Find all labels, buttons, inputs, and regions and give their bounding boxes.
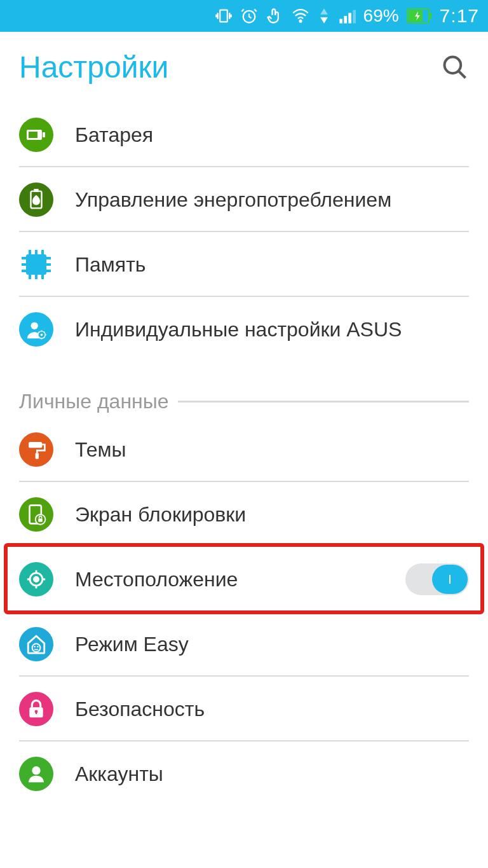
battery-icon bbox=[19, 118, 53, 152]
vibrate-icon bbox=[215, 7, 233, 25]
svg-point-27 bbox=[32, 644, 41, 652]
clock: 7:17 bbox=[440, 5, 479, 27]
item-easy-mode[interactable]: Режим Easy bbox=[0, 612, 488, 677]
svg-rect-15 bbox=[34, 189, 38, 192]
svg-point-10 bbox=[445, 57, 461, 73]
item-label: Темы bbox=[75, 438, 469, 462]
user-icon bbox=[19, 757, 53, 791]
svg-point-28 bbox=[34, 646, 36, 648]
lock-icon bbox=[19, 692, 53, 726]
power-mgmt-icon bbox=[19, 183, 53, 217]
item-label: Индивидуальные настройки ASUS bbox=[75, 318, 469, 341]
item-label: Местоположение bbox=[75, 568, 405, 591]
section-header-personal: Личные данные bbox=[0, 364, 488, 417]
svg-point-26 bbox=[34, 577, 38, 581]
paint-roller-icon bbox=[19, 432, 53, 467]
svg-rect-12 bbox=[43, 132, 45, 137]
item-label: Безопасность bbox=[75, 698, 469, 721]
divider bbox=[178, 401, 469, 403]
svg-point-17 bbox=[31, 322, 38, 329]
alarm-icon bbox=[240, 7, 258, 25]
item-themes[interactable]: Темы bbox=[0, 417, 488, 482]
item-label: Батарея bbox=[75, 123, 469, 147]
item-memory[interactable]: Память bbox=[0, 232, 488, 297]
svg-rect-16 bbox=[26, 254, 46, 275]
app-header: Настройки bbox=[0, 32, 488, 96]
wifi-icon bbox=[291, 7, 310, 25]
data-icon bbox=[318, 7, 330, 25]
svg-rect-32 bbox=[36, 712, 37, 714]
search-button[interactable] bbox=[441, 53, 469, 81]
item-battery[interactable]: Батарея bbox=[0, 102, 488, 167]
svg-rect-5 bbox=[348, 13, 351, 23]
svg-rect-20 bbox=[29, 442, 42, 448]
lockscreen-icon bbox=[19, 497, 53, 532]
memory-icon bbox=[19, 247, 53, 282]
signal-icon bbox=[338, 7, 356, 25]
svg-rect-8 bbox=[430, 13, 431, 19]
svg-point-33 bbox=[32, 766, 40, 775]
battery-percent: 69% bbox=[363, 6, 399, 26]
item-lockscreen[interactable]: Экран блокировки bbox=[0, 482, 488, 547]
svg-rect-24 bbox=[38, 519, 43, 522]
item-label: Экран блокировки bbox=[75, 503, 469, 527]
item-accounts[interactable]: Аккаунты bbox=[0, 741, 488, 797]
item-label: Режим Easy bbox=[75, 633, 469, 656]
svg-rect-3 bbox=[339, 19, 342, 24]
page-title: Настройки bbox=[19, 50, 441, 85]
item-power-management[interactable]: Управление энергопотреблением bbox=[0, 167, 488, 232]
toggle-knob-on: I bbox=[432, 565, 468, 594]
svg-rect-4 bbox=[344, 16, 347, 24]
item-asus-settings[interactable]: Индивидуальные настройки ASUS bbox=[0, 297, 488, 364]
settings-list: Батарея Управление энергопотреблением bbox=[0, 96, 488, 797]
svg-point-29 bbox=[37, 646, 39, 648]
svg-rect-6 bbox=[353, 10, 356, 24]
item-label: Память bbox=[75, 253, 469, 277]
location-target-icon bbox=[19, 562, 53, 596]
svg-point-19 bbox=[41, 334, 43, 336]
location-toggle[interactable]: I bbox=[405, 563, 469, 595]
asus-user-icon bbox=[19, 312, 53, 347]
svg-point-2 bbox=[299, 20, 301, 22]
svg-rect-13 bbox=[29, 132, 37, 138]
status-bar: 69% 7:17 bbox=[0, 0, 488, 32]
svg-rect-0 bbox=[220, 10, 227, 22]
home-smile-icon bbox=[19, 627, 53, 661]
svg-rect-21 bbox=[36, 453, 39, 458]
section-header-label: Личные данные bbox=[19, 390, 169, 413]
item-security[interactable]: Безопасность bbox=[0, 677, 488, 741]
item-location[interactable]: Местоположение I bbox=[0, 547, 488, 612]
battery-charging-icon bbox=[407, 8, 432, 24]
item-label: Управление энергопотреблением bbox=[75, 188, 469, 212]
touch-icon bbox=[266, 7, 283, 25]
item-label: Аккаунты bbox=[75, 762, 469, 786]
